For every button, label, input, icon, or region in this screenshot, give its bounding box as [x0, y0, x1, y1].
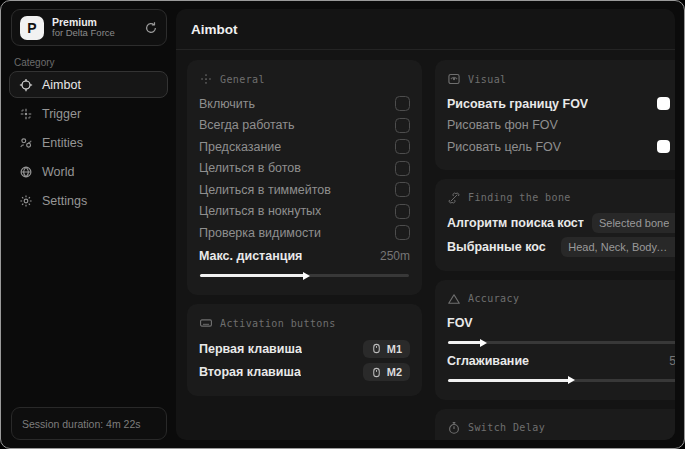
sidebar-item-aimbot[interactable]: Aimbot [9, 71, 168, 98]
toggle-row: Проверка видимости [199, 222, 410, 244]
left-column: GeneralВключитьВсегда работатьПредсказан… [187, 60, 422, 396]
row-label: Макс. дистанция [199, 249, 302, 263]
refresh-icon[interactable] [144, 21, 158, 35]
page-title: Aimbot [176, 9, 675, 37]
slider-label-row: Сглаживание50% [447, 350, 675, 372]
toggle-row: Всегда работать [199, 115, 410, 137]
sidebar-item-label: Trigger [42, 107, 81, 121]
row-label: Рисовать границу FOV [447, 97, 588, 111]
row-label: Сглаживание [447, 354, 529, 368]
app-logo: P [20, 16, 44, 40]
keybind-row: Вторая клавишаM2 [199, 361, 410, 385]
toggle-row: Рисовать границу FOV✓ [447, 93, 675, 115]
row-controls [395, 139, 410, 154]
keybind-button[interactable]: M1 [363, 340, 410, 358]
slider-fill [448, 379, 570, 382]
keybind-value: M1 [387, 343, 402, 355]
section-header: Finding the bone [447, 191, 675, 205]
row-label: Целиться в нокнутых [199, 204, 321, 218]
select-dropdown[interactable]: Selected bone [592, 213, 675, 233]
sidebar-item-world[interactable]: World [9, 158, 168, 185]
section-card-switch_delay: Switch DelayЗадержка переключенияЗадержк… [435, 409, 675, 441]
sidebar-item-settings[interactable]: Settings [9, 187, 168, 214]
slider-thumb[interactable] [480, 339, 487, 347]
sidebar: P Premium for Delta Force Category Aimbo… [1, 1, 176, 448]
row-label: Целиться в ботов [199, 161, 301, 175]
sidebar-item-trigger[interactable]: Trigger [9, 100, 168, 127]
row-controls: ✓ [657, 96, 675, 111]
select-row: Выбранные косHead, Neck, Body, Pe.. [447, 235, 675, 259]
slider-fill [200, 274, 305, 277]
select-value: Selected bone [599, 217, 669, 229]
row-label: Включить [199, 97, 255, 111]
row-controls [395, 96, 410, 111]
slider-thumb[interactable] [568, 376, 575, 384]
slider-value: 50% [669, 354, 675, 368]
trigger-target-icon [19, 107, 33, 121]
session-duration: Session duration: 4m 22s [11, 407, 167, 440]
brand-card: P Premium for Delta Force [11, 9, 167, 46]
toggle-row: Рисовать цель FOV [447, 136, 675, 158]
slider[interactable] [448, 341, 675, 344]
section-header: Visual [447, 72, 675, 86]
select-dropdown[interactable]: Head, Neck, Body, Pe.. [561, 237, 675, 257]
row-label: Первая клавиша [199, 342, 302, 356]
select-value: Head, Neck, Body, Pe.. [568, 241, 669, 253]
app-window: P Premium for Delta Force Category Aimbo… [0, 0, 685, 449]
row-label: Рисовать цель FOV [447, 140, 561, 154]
row-controls [395, 182, 410, 197]
row-label: Предсказание [199, 140, 281, 154]
toggle-row: Целиться в ботов [199, 158, 410, 180]
section-title: General [220, 74, 265, 85]
content-columns: GeneralВключитьВсегда работатьПредсказан… [176, 50, 675, 440]
sidebar-item-label: Aimbot [42, 78, 81, 92]
gear-icon [19, 194, 33, 208]
keybind-value: M2 [387, 366, 402, 378]
section-card-bone: Finding the boneАлгоритм поиска костSele… [435, 179, 675, 271]
sidebar-item-label: Settings [42, 194, 87, 208]
slider[interactable] [200, 274, 409, 277]
checkbox[interactable] [395, 204, 410, 219]
keybind-row: Первая клавишаM1 [199, 337, 410, 361]
checkbox[interactable] [395, 118, 410, 133]
mouse-icon [371, 367, 382, 378]
color-swatch[interactable] [657, 140, 670, 153]
section-card-general: GeneralВключитьВсегда работатьПредсказан… [187, 60, 422, 295]
section-header: Activation buttons [199, 316, 410, 330]
checkbox[interactable] [395, 161, 410, 176]
row-label: FOV [447, 316, 473, 330]
slider-fill [448, 341, 482, 344]
slider-value: 250m [380, 249, 410, 263]
slider-thumb[interactable] [303, 272, 310, 280]
sidebar-nav: AimbotTriggerEntitiesWorldSettings [9, 71, 168, 216]
row-label: Рисовать фон FOV [447, 118, 558, 132]
section-title: Activation buttons [220, 318, 336, 329]
sidebar-item-entities[interactable]: Entities [9, 129, 168, 156]
checkbox[interactable] [395, 182, 410, 197]
bone-icon [447, 191, 461, 205]
section-title: Switch Delay [468, 422, 545, 433]
right-column: VisualРисовать границу FOV✓Рисовать фон … [435, 60, 675, 440]
row-label: Выбранные кос [447, 240, 546, 254]
checkbox[interactable] [395, 139, 410, 154]
row-label: Алгоритм поиска кост [447, 216, 584, 230]
brand-subtitle: for Delta Force [52, 28, 136, 39]
aimbot-crosshair-icon [19, 78, 33, 92]
sidebar-item-label: Entities [42, 136, 83, 150]
section-title: Accuracy [468, 293, 519, 304]
checkbox[interactable] [395, 225, 410, 240]
section-title: Finding the bone [468, 192, 571, 203]
keybind-button[interactable]: M2 [363, 363, 410, 381]
toggle-row: Включить [199, 93, 410, 115]
row-label: Вторая клавиша [199, 365, 301, 379]
select-row: Алгоритм поиска костSelected bone [447, 212, 675, 236]
toggle-row: Целиться в тиммейтов [199, 179, 410, 201]
row-label: Проверка видимости [199, 226, 321, 240]
timer-icon [447, 421, 461, 435]
color-swatch[interactable] [657, 97, 670, 110]
row-controls [395, 225, 410, 240]
section-header: Accuracy [447, 292, 675, 306]
slider[interactable] [448, 379, 675, 382]
checkbox[interactable] [395, 96, 410, 111]
category-label: Category [14, 57, 55, 68]
